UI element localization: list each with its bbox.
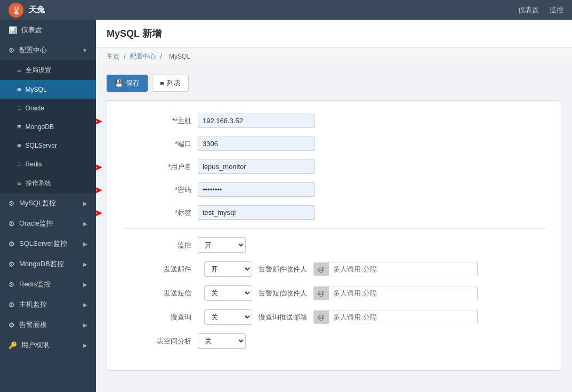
sms-recipient-input[interactable] <box>328 286 478 300</box>
sidebar-item-oracle-monitor[interactable]: ⚙ Oracle监控 ▶ <box>0 213 96 234</box>
username-row: *用户名 ➤ <box>123 159 545 174</box>
sidebar-item-label: SQLServer <box>26 142 57 149</box>
sidebar-item-label: MongoDB监控 <box>19 259 64 269</box>
slow-query-row: 慢查询 关 开 慢查询推送邮箱 @ <box>123 309 545 325</box>
monitor-row: 监控 开 关 <box>123 237 545 253</box>
sidebar-item-label: MongoDB <box>26 123 54 131</box>
port-input[interactable] <box>198 137 315 151</box>
sidebar-item-label: SQLServer监控 <box>19 239 67 249</box>
list-icon: ≡ <box>160 79 164 87</box>
slow-query-label: 慢查询 <box>123 313 198 322</box>
list-icon: ≡ <box>17 66 21 74</box>
chevron-down-icon: ▼ <box>82 47 87 53</box>
sidebar-item-redis-monitor[interactable]: ⚙ Redis监控 ▶ <box>0 274 96 294</box>
email-recipient-input[interactable] <box>328 262 478 276</box>
save-icon: 💾 <box>115 79 123 87</box>
sidebar: 📊 仪表盘 ⚙ 配置中心 ▼ ≡ 全局设置 ≡ MySQL <box>0 20 96 392</box>
list-icon: ≡ <box>17 85 21 93</box>
tablespace-label: 表空间分析 <box>123 337 198 346</box>
password-input[interactable] <box>198 182 315 197</box>
tablespace-select[interactable]: 关 开 <box>198 333 246 349</box>
slow-query-email-input-group: @ <box>313 310 478 324</box>
toolbar: 💾 保存 ≡ 列表 <box>107 75 561 92</box>
sidebar-item-alert-panel[interactable]: ⚙ 告警面板 ▶ <box>0 315 96 335</box>
chevron-right-icon: ▶ <box>83 221 87 227</box>
gear-icon: ⚙ <box>9 260 15 268</box>
host-input[interactable] <box>198 114 315 128</box>
sms-row: 发送短信 关 开 告警短信收件人 @ <box>123 285 545 301</box>
sms-select[interactable]: 关 开 <box>204 285 252 301</box>
monitor-select[interactable]: 开 关 <box>198 237 246 253</box>
sidebar-item-mysql[interactable]: ≡ MySQL <box>0 80 96 99</box>
sidebar-item-label: 告警面板 <box>19 320 47 330</box>
slow-query-select[interactable]: 关 开 <box>204 309 252 325</box>
chevron-right-icon: ▶ <box>83 342 87 348</box>
sidebar-item-mysql-monitor[interactable]: ⚙ MySQL监控 ▶ <box>0 193 96 213</box>
breadcrumb-current: MySQL <box>169 53 190 60</box>
tag-label: *标签 ➤ <box>123 208 198 218</box>
host-label: **主机 ➤ <box>123 116 198 126</box>
sidebar-item-sqlserver[interactable]: ≡ SQLServer <box>0 136 96 155</box>
sidebar-item-label: 用户权限 <box>21 340 49 350</box>
breadcrumb-home[interactable]: 主页 <box>107 53 119 60</box>
topnav-left: 🐰 天兔 <box>9 3 45 18</box>
sidebar-item-mongodb-monitor[interactable]: ⚙ MongoDB监控 ▶ <box>0 254 96 274</box>
chevron-right-icon: ▶ <box>83 201 87 206</box>
sidebar-item-sqlserver-monitor[interactable]: ⚙ SQLServer监控 ▶ <box>0 234 96 254</box>
at-badge-email: @ <box>313 262 328 276</box>
sidebar-item-mongodb[interactable]: ≡ MongoDB <box>0 117 96 136</box>
sidebar-item-host-monitor[interactable]: ⚙ 主机监控 ▶ <box>0 294 96 315</box>
tag-input[interactable] <box>198 205 315 220</box>
email-recipient-label: 告警邮件收件人 <box>259 265 307 274</box>
sidebar-item-label: Oracle <box>26 105 44 112</box>
sms-recipient-label: 告警短信收件人 <box>259 289 307 298</box>
email-select[interactable]: 开 关 <box>204 261 252 277</box>
main-content: MySQL 新增 主页 / 配置中心 / MySQL 💾 保存 ≡ 列表 <box>96 20 572 392</box>
chevron-right-icon: ▶ <box>83 322 87 328</box>
sidebar-item-label: MySQL监控 <box>19 198 56 208</box>
gear-icon: ⚙ <box>9 220 15 228</box>
gear-icon: ⚙ <box>9 301 15 309</box>
port-row: *端口 <box>123 137 545 151</box>
chevron-right-icon: ▶ <box>83 302 87 308</box>
sms-label: 发送短信 <box>123 289 198 298</box>
monitor-label: 监控 <box>123 241 198 250</box>
page-title: MySQL 新增 <box>107 28 162 39</box>
port-label: *端口 <box>123 139 198 149</box>
list-icon: ≡ <box>17 104 21 112</box>
sidebar-item-label: Oracle监控 <box>19 219 53 228</box>
sidebar-item-os[interactable]: ≡ 操作系统 <box>0 173 96 193</box>
list-icon: ≡ <box>17 141 21 149</box>
sidebar-item-label: 全局设置 <box>26 66 51 75</box>
list-button[interactable]: ≡ 列表 <box>152 75 189 92</box>
slow-query-email-label: 慢查询推送邮箱 <box>259 313 307 322</box>
username-label: *用户名 ➤ <box>123 162 198 172</box>
sidebar-item-oracle[interactable]: ≡ Oracle <box>0 99 96 117</box>
save-button[interactable]: 💾 保存 <box>107 75 148 92</box>
chevron-right-icon: ▶ <box>83 241 87 247</box>
nav-dashboard[interactable]: 仪表盘 <box>518 5 539 15</box>
username-input[interactable] <box>198 159 315 174</box>
at-badge-sms: @ <box>313 286 328 300</box>
sms-recipient-input-group: @ <box>313 286 478 300</box>
at-badge-slow-query: @ <box>313 310 328 324</box>
sidebar-item-global-settings[interactable]: ≡ 全局设置 <box>0 60 96 80</box>
sidebar-item-label: Redis <box>26 161 42 168</box>
nav-monitor[interactable]: 监控 <box>550 5 563 15</box>
slow-query-email-input[interactable] <box>328 310 478 324</box>
breadcrumb-sep2: / <box>160 53 162 60</box>
sidebar-item-dashboard[interactable]: 📊 仪表盘 <box>0 20 96 40</box>
sidebar-item-label: 配置中心 <box>19 45 47 55</box>
sidebar-item-label: MySQL <box>26 86 47 93</box>
list-icon: ≡ <box>17 123 21 131</box>
breadcrumb-sep1: / <box>124 53 125 60</box>
sidebar-item-config-center[interactable]: ⚙ 配置中心 ▼ <box>0 40 96 60</box>
breadcrumb-config[interactable]: 配置中心 <box>130 53 156 60</box>
gear-icon: ⚙ <box>9 240 15 248</box>
sidebar-item-label: Redis监控 <box>19 279 51 289</box>
sidebar-item-user-perms[interactable]: 🔑 用户权限 ▶ <box>0 335 96 355</box>
page-header: MySQL 新增 <box>96 20 572 48</box>
tablespace-row: 表空间分析 关 开 <box>123 333 545 349</box>
content-area: 💾 保存 ≡ 列表 **主机 ➤ <box>96 66 572 379</box>
sidebar-item-redis[interactable]: ≡ Redis <box>0 155 96 173</box>
